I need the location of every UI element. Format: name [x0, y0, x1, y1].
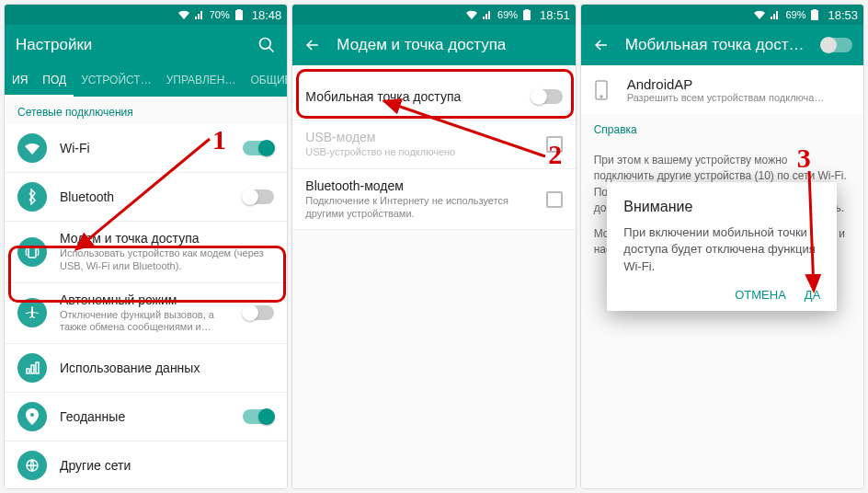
- svg-rect-1: [237, 9, 241, 11]
- hotspot-switch[interactable]: [531, 89, 563, 104]
- row-sub: USB-устройство не подключено: [305, 146, 532, 159]
- row-sub: Отключение функций вызовов, а также обме…: [60, 309, 230, 335]
- row-label: Bluetooth-модем: [305, 178, 532, 193]
- row-label: Автономный режим: [60, 292, 230, 307]
- annotation-3: 3: [797, 143, 811, 174]
- annotation-1: 1: [212, 124, 226, 155]
- row-label: USB-модем: [305, 130, 532, 144]
- bluetooth-icon: [17, 182, 47, 212]
- wifi-switch[interactable]: [243, 141, 274, 155]
- tab-device[interactable]: УСТРОЙСТ…: [74, 65, 159, 97]
- row-mobile-hotspot[interactable]: Мобильная точка доступа: [292, 73, 575, 120]
- location-icon: [17, 402, 47, 431]
- settings-list: Сетевые подключения Wi-Fi Bluetooth Моде…: [5, 97, 287, 488]
- battery-percent: 69%: [497, 9, 518, 20]
- battery-icon: [235, 9, 243, 20]
- svg-rect-6: [36, 362, 39, 373]
- tab-2[interactable]: ПОД: [35, 65, 74, 97]
- status-bar: 70% 18:48: [5, 5, 287, 25]
- row-label: Другие сети: [60, 458, 274, 473]
- row-label: Геоданные: [60, 409, 230, 424]
- row-label: Модем и точка доступа: [60, 231, 274, 246]
- screen-2-tethering: 69% 18:51 Модем и точка доступа Мобильна…: [291, 4, 576, 489]
- tab-connections[interactable]: ИЯ: [5, 65, 35, 97]
- tab-controls[interactable]: УПРАВЛЕН…: [159, 65, 244, 97]
- dialog-backdrop: Внимание При включении мобильной точки д…: [581, 5, 863, 488]
- status-bar: 69% 18:51: [292, 5, 575, 25]
- airplane-icon: [17, 298, 47, 327]
- dialog-body: При включении мобильной точки доступа бу…: [623, 224, 820, 275]
- app-bar: Настройки: [5, 25, 287, 65]
- row-sub: Использовать устройство как модем (через…: [60, 247, 274, 273]
- ok-button[interactable]: ДА: [805, 288, 820, 302]
- signal-icon: [483, 10, 492, 19]
- row-label: Bluetooth: [60, 189, 230, 204]
- wifi-icon: [178, 10, 189, 19]
- row-bluetooth-tether[interactable]: Bluetooth-модем Подключение к Интернету …: [292, 169, 575, 231]
- row-wifi[interactable]: Wi-Fi: [5, 124, 287, 173]
- airplane-switch[interactable]: [243, 305, 274, 320]
- row-bluetooth[interactable]: Bluetooth: [5, 173, 287, 222]
- tabs: ИЯ ПОД УСТРОЙСТ… УПРАВЛЕН… ОБЩИЕ: [5, 65, 287, 97]
- row-tethering[interactable]: Модем и точка доступа Использовать устро…: [5, 222, 287, 283]
- dialog-title: Внимание: [623, 199, 820, 215]
- tab-general[interactable]: ОБЩИЕ: [244, 65, 289, 97]
- svg-rect-4: [27, 369, 29, 373]
- svg-point-2: [260, 39, 271, 50]
- row-sub: Подключение к Интернету не используется …: [305, 195, 532, 221]
- row-usb-tether: USB-модем USB-устройство не подключено: [292, 120, 575, 169]
- tethering-icon: [17, 237, 47, 267]
- battery-percent: 70%: [210, 9, 230, 20]
- svg-rect-3: [29, 246, 36, 258]
- confirm-dialog: Внимание При включении мобильной точки д…: [607, 182, 837, 311]
- row-label: Wi-Fi: [60, 141, 230, 155]
- annotation-2: 2: [548, 139, 562, 170]
- location-switch[interactable]: [243, 409, 274, 424]
- wifi-icon: [17, 133, 47, 163]
- row-more-networks[interactable]: Другие сети: [5, 441, 287, 488]
- row-label: Использование данных: [60, 361, 274, 375]
- bluetooth-switch[interactable]: [243, 189, 274, 204]
- svg-rect-10: [525, 9, 529, 11]
- row-label: Мобильная точка доступа: [305, 89, 518, 104]
- row-location[interactable]: Геоданные: [5, 393, 287, 441]
- app-bar: Модем и точка доступа: [292, 25, 575, 65]
- row-airplane[interactable]: Автономный режим Отключение функций вызо…: [5, 283, 287, 345]
- svg-rect-5: [31, 365, 34, 373]
- clock: 18:51: [540, 8, 570, 22]
- more-networks-icon: [17, 451, 47, 480]
- wifi-icon: [466, 10, 477, 19]
- page-title: Модем и точка доступа: [337, 36, 564, 54]
- screen-1-settings: 70% 18:48 Настройки ИЯ ПОД УСТРОЙСТ… УПР…: [4, 4, 288, 489]
- svg-rect-9: [523, 10, 531, 20]
- search-icon[interactable]: [257, 36, 276, 54]
- battery-icon: [523, 9, 531, 20]
- screen-3-hotspot-dialog: 69% 18:53 Мобильная точка дост… AndroidA…: [580, 4, 864, 489]
- data-usage-icon: [17, 353, 47, 383]
- tethering-list: Мобильная точка доступа USB-модем USB-ус…: [292, 65, 575, 488]
- signal-icon: [195, 10, 204, 19]
- section-header-network: Сетевые подключения: [5, 97, 287, 124]
- page-title: Настройки: [16, 36, 243, 54]
- bt-checkbox[interactable]: [546, 191, 563, 208]
- back-icon[interactable]: [303, 36, 322, 54]
- cancel-button[interactable]: ОТМЕНА: [735, 288, 786, 302]
- svg-rect-0: [235, 10, 243, 20]
- clock: 18:48: [252, 8, 282, 22]
- row-data-usage[interactable]: Использование данных: [5, 344, 287, 393]
